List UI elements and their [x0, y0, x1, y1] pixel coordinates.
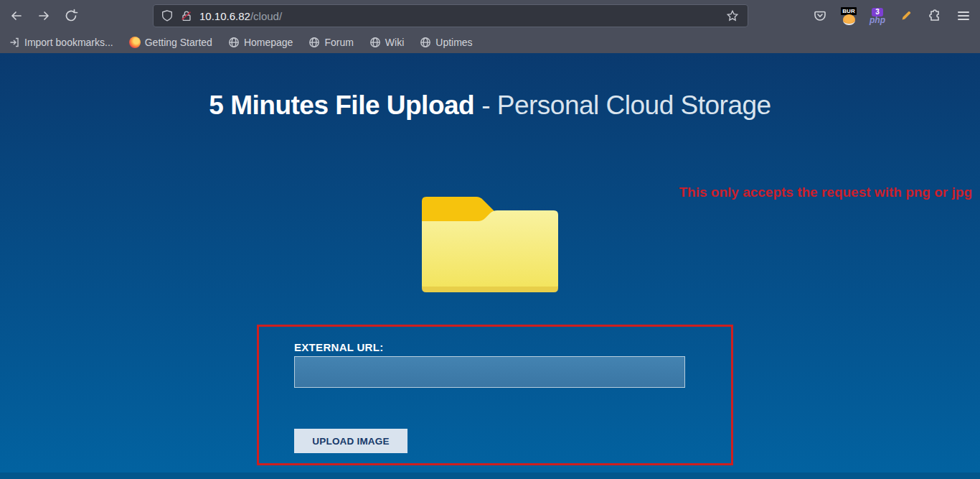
- bookmark-label: Getting Started: [145, 37, 212, 48]
- browser-toolbar: 10.10.6.82/cloud/ BUR 3 php: [0, 0, 980, 32]
- url-host: 10.10.6.82: [199, 10, 250, 22]
- url-path: /cloud/: [250, 10, 282, 22]
- page-footer-strip: [0, 473, 980, 479]
- reload-icon: [64, 9, 78, 23]
- external-url-input[interactable]: [294, 356, 685, 388]
- back-button[interactable]: [6, 5, 27, 27]
- bookmarks-bar: Import bookmarks... Getting Started Home…: [0, 32, 980, 53]
- pocket-icon[interactable]: [811, 5, 829, 27]
- browser-chrome: 10.10.6.82/cloud/ BUR 3 php: [0, 0, 980, 53]
- globe-icon: [420, 37, 431, 48]
- bookmark-import-bookmarks[interactable]: Import bookmarks...: [9, 37, 113, 48]
- upload-image-button[interactable]: UPLOAD IMAGE: [294, 429, 407, 453]
- tracking-shield-icon[interactable]: [161, 9, 174, 22]
- bookmark-homepage[interactable]: Homepage: [228, 37, 293, 48]
- foxyproxy-icon[interactable]: BUR: [839, 5, 858, 27]
- back-arrow-icon: [9, 9, 24, 23]
- external-url-label: EXTERNAL URL:: [294, 341, 383, 353]
- folder-bottom-edge: [422, 287, 558, 292]
- bookmark-label: Import bookmarks...: [24, 37, 113, 48]
- import-icon: [9, 37, 20, 48]
- page-title-sub: - Personal Cloud Storage: [481, 90, 771, 120]
- bookmark-label: Wiki: [385, 37, 404, 48]
- insecure-lock-icon[interactable]: [180, 9, 193, 22]
- url-bar[interactable]: 10.10.6.82/cloud/: [153, 4, 748, 27]
- wappalyzer-icon[interactable]: 3 php: [868, 5, 887, 27]
- cloud-upload-page: 5 Minutes File Upload- Personal Cloud St…: [0, 53, 980, 479]
- extension-cluster: BUR 3 php: [811, 0, 973, 32]
- extensions-puzzle-icon[interactable]: [925, 5, 944, 27]
- bookmark-label: Homepage: [244, 37, 293, 48]
- menu-hamburger-icon[interactable]: [954, 5, 973, 27]
- folder-body-shape: [422, 210, 558, 290]
- folder-icon: [422, 194, 558, 292]
- bookmark-wiki[interactable]: Wiki: [369, 37, 404, 48]
- foxyproxy-mode-label: BUR: [841, 7, 856, 15]
- firefox-icon: [129, 37, 141, 48]
- bookmark-uptimes[interactable]: Uptimes: [420, 37, 472, 48]
- page-title: 5 Minutes File Upload- Personal Cloud St…: [0, 90, 980, 121]
- bookmark-star-icon[interactable]: [726, 9, 739, 22]
- upload-form-box: EXTERNAL URL: UPLOAD IMAGE: [257, 325, 733, 465]
- page-title-main: 5 Minutes File Upload: [209, 90, 474, 120]
- pencil-edit-icon[interactable]: [897, 5, 915, 27]
- wappalyzer-tech-label: php: [870, 16, 885, 24]
- forward-button[interactable]: [33, 5, 55, 27]
- globe-icon: [369, 37, 381, 48]
- globe-icon: [308, 37, 320, 48]
- fox-face-icon: [843, 14, 855, 25]
- bookmark-getting-started[interactable]: Getting Started: [129, 37, 212, 48]
- bookmark-forum[interactable]: Forum: [308, 37, 353, 48]
- globe-icon: [228, 37, 240, 48]
- upload-restriction-warning: This only accepts the request with png o…: [679, 185, 972, 200]
- bookmark-label: Forum: [324, 37, 353, 48]
- forward-arrow-icon: [37, 9, 51, 23]
- reload-button[interactable]: [60, 5, 82, 27]
- bookmark-label: Uptimes: [435, 37, 472, 48]
